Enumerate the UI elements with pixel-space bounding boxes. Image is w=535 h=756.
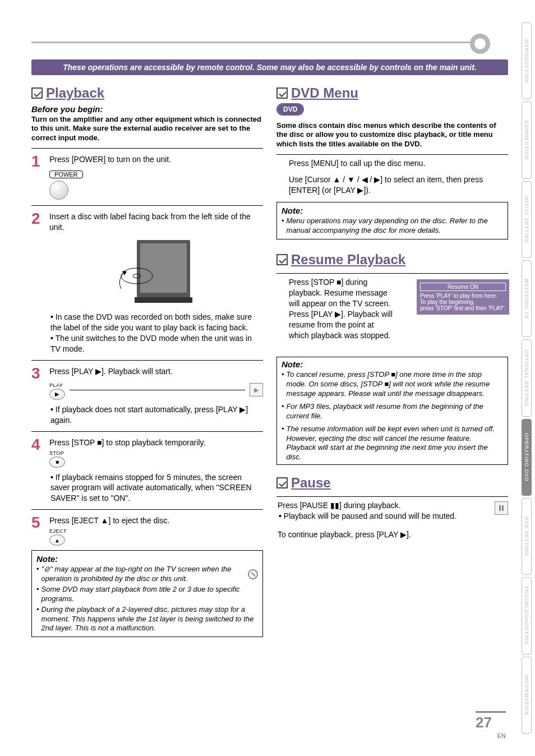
sidebar-tab-introduction[interactable]: INTRODUCTION — [522, 22, 532, 99]
sidebar-tab-watching-tv[interactable]: WATCHING TV — [522, 260, 532, 337]
step3-bullet1: If playback does not start automatically… — [50, 404, 263, 426]
divider — [31, 509, 263, 510]
note1-text: "⊘" may appear at the top-right on the T… — [41, 565, 245, 584]
checkbox-icon — [276, 87, 288, 99]
resume-p2: Press [PLAY ▶]. Playback will resume fro… — [289, 309, 394, 341]
divider — [276, 496, 508, 497]
resume-osd-box: Resume ON Press 'PLAY' to play from here… — [417, 279, 509, 315]
disc-insert-illustration — [114, 236, 199, 308]
resume-osd-title: Resume ON — [420, 283, 506, 291]
step-5: 5 Press [EJECT ▲] to eject the disc. EJE… — [31, 515, 263, 546]
header-circle-ornament — [470, 34, 490, 54]
step-number: 5 — [31, 515, 44, 546]
sidebar-tab-connection[interactable]: CONNECTION — [522, 102, 532, 178]
resume-title-text: Resume Playback — [291, 252, 405, 268]
divider — [31, 431, 263, 432]
divider — [31, 360, 263, 361]
playback-note-box: Note: • "⊘" may appear at the top-right … — [31, 550, 263, 637]
playback-heading: Playback — [31, 85, 263, 101]
step2-text: Insert a disc with label facing back fro… — [49, 211, 263, 233]
step-number: 4 — [31, 437, 44, 504]
resume-osd-line2: To play the beginning, — [420, 299, 506, 305]
svg-rect-1 — [140, 243, 187, 293]
dvdmenu-note-box: Note: •Menu operations may vary dependin… — [276, 202, 508, 239]
resume-note-box: Note: •To cancel resume, press [STOP ■] … — [276, 357, 508, 465]
sidebar-tab-operating-dvd[interactable]: OPERATING DVD — [522, 419, 532, 496]
note-title: Note: — [282, 206, 503, 215]
step3-text: Press [PLAY ▶]. Playback will start. — [49, 366, 263, 377]
step5-text: Press [EJECT ▲] to eject the disc. — [49, 515, 263, 526]
resume-heading: Resume Playback — [276, 252, 508, 268]
dvdmenu-intro: Some discs contain disc menus which desc… — [276, 121, 508, 149]
resume-p1: Press [STOP ■] during playback. Resume m… — [289, 277, 394, 309]
step-1: 1 Press [POWER] to turn on the unit. POW… — [31, 154, 263, 200]
stop-button-label: STOP — [49, 450, 263, 456]
play-button-icon: ▶ — [49, 389, 65, 400]
connector-line — [70, 390, 245, 390]
divider — [31, 148, 263, 149]
resume-osd-line3: press 'STOP' first and then 'PLAY'. — [420, 305, 506, 311]
step-number: 3 — [31, 366, 44, 426]
checkbox-icon — [31, 87, 43, 99]
step-4: 4 Press [STOP ■] to stop playback tempor… — [31, 437, 263, 504]
section-tabs-sidebar: INTRODUCTIONCONNECTIONINITIAL SETTINGWAT… — [522, 22, 532, 734]
sidebar-tab-information[interactable]: INFORMATION — [522, 657, 532, 734]
note2-text: Some DVD may start playback from title 2… — [41, 585, 258, 604]
step-3: 3 Press [PLAY ▶]. Playback will start. P… — [31, 366, 263, 426]
resume-note1: To cancel resume, press [STOP ■] one mor… — [287, 370, 503, 399]
dvdmenu-note1: Menu operations may vary depending on th… — [287, 216, 503, 236]
sidebar-tab-initial-setting[interactable]: INITIAL SETTING — [522, 181, 532, 258]
page-language: EN — [497, 732, 506, 739]
play-button-label: PLAY — [49, 382, 65, 388]
resume-note3: The resume information will be kept even… — [287, 425, 503, 463]
dvd-pill: DVD — [276, 103, 304, 116]
dvdmenu-p1: Press [MENU] to call up the disc menu. — [289, 158, 508, 169]
note-title: Note: — [277, 357, 508, 369]
dvdmenu-p2: Use [Cursor ▲ / ▼ / ◀ / ▶] to select an … — [289, 174, 508, 196]
eject-button-label: EJECT — [49, 528, 263, 534]
divider — [276, 273, 508, 274]
sidebar-tab-troubleshooting[interactable]: TROUBLESHOOTING — [522, 577, 532, 654]
checkbox-icon — [276, 477, 288, 488]
prohibit-icon — [248, 569, 258, 579]
step4-text: Press [STOP ■] to stop playback temporar… — [49, 437, 263, 448]
step-2: 2 Insert a disc with label facing back f… — [31, 211, 263, 354]
power-button-label: POWER — [49, 170, 83, 178]
remote-control-banner: These operations are accessible by remot… — [31, 59, 508, 75]
checkbox-icon — [276, 254, 288, 265]
before-you-begin-text: Turn on the amplifier and any other equi… — [31, 115, 263, 142]
pause-p2: To continue playback, press [PLAY ▶]. — [278, 529, 489, 540]
pause-heading: Pause — [276, 475, 508, 491]
playback-title-text: Playback — [46, 85, 104, 101]
left-column: Playback Before you begin: Turn on the a… — [31, 80, 263, 637]
before-you-begin-label: Before you begin: — [31, 104, 263, 114]
page-number-text: 27 — [476, 714, 492, 731]
eject-button-icon: ▲ — [49, 534, 65, 546]
step2-bullet1: In case the DVD was recorded on both sid… — [50, 312, 263, 333]
onscreen-pause-icon — [495, 501, 508, 515]
pause-bullet: Playback will be paused and sound will b… — [279, 511, 489, 522]
step1-text: Press [POWER] to turn on the unit. — [49, 154, 263, 165]
dvdmenu-title-text: DVD Menu — [291, 85, 358, 101]
dvdmenu-heading: DVD Menu — [276, 85, 508, 101]
resume-note2: For MP3 files, playback will resume from… — [287, 402, 503, 421]
step2-bullet2: The unit switches to the DVD mode when t… — [50, 333, 263, 354]
note3-text: During the playback of a 2-layered disc,… — [41, 605, 258, 634]
pause-p1: Press [PAUSE ▮▮] during playback. — [278, 500, 489, 511]
power-button-icon — [49, 181, 68, 200]
right-column: DVD Menu DVD Some discs contain disc men… — [276, 80, 508, 637]
step-number: 1 — [31, 154, 44, 200]
resume-osd-line1: Press 'PLAY' to play from here. — [420, 293, 506, 299]
stop-button-icon: ■ — [49, 457, 65, 468]
onscreen-play-icon: ▶ — [250, 383, 263, 397]
divider — [31, 205, 263, 206]
pause-title-text: Pause — [291, 475, 331, 491]
sidebar-tab-optional-setting[interactable]: OPTIONAL SETTING — [522, 339, 532, 416]
note-title: Note: — [36, 554, 258, 564]
step-number: 2 — [31, 211, 44, 354]
dvd-pill-label: DVD — [278, 104, 303, 114]
sidebar-tab-dvd-setting[interactable]: DVD SETTING — [522, 498, 532, 575]
step4-bullet1: If playback remains stopped for 5 minute… — [50, 472, 263, 504]
svg-rect-2 — [135, 297, 192, 303]
divider — [276, 154, 508, 155]
